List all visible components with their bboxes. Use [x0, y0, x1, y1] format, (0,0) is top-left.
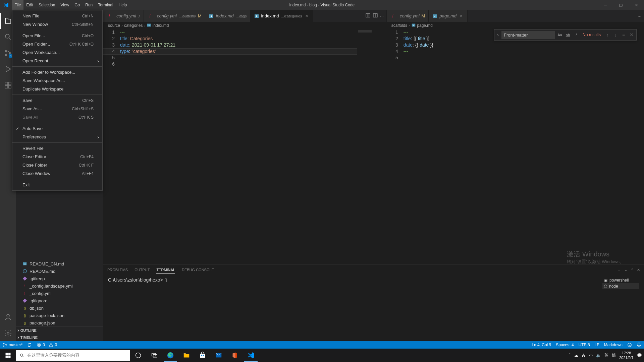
menu-item-new-window[interactable]: New WindowCtrl+Shift+N: [12, 20, 102, 28]
menu-item-add-folder-to-workspace[interactable]: Add Folder to Workspace...: [12, 68, 102, 76]
compare-icon[interactable]: [365, 13, 371, 19]
menu-run[interactable]: Run: [83, 0, 95, 10]
notifications-icon[interactable]: [637, 343, 641, 347]
menu-item-auto-save[interactable]: Auto Save: [12, 124, 102, 133]
breadcrumb-item[interactable]: categories: [124, 23, 143, 28]
tray-chevron-icon[interactable]: ˄: [569, 353, 571, 358]
file-item[interactable]: ⬇README_CN.md: [16, 260, 103, 267]
battery-icon[interactable]: ▭: [589, 353, 593, 358]
new-terminal-icon[interactable]: ＋: [617, 267, 621, 273]
menu-item-revert-file[interactable]: Revert File: [12, 144, 102, 153]
panel-tab-terminal[interactable]: TERMINAL: [156, 266, 175, 274]
problems-status[interactable]: 0 0: [37, 343, 57, 347]
close-button[interactable]: ✕: [629, 0, 644, 10]
file-item[interactable]: !_config.landscape.yml: [16, 282, 103, 290]
code-editor[interactable]: 12345---title: {{ title }}date: {{ date …: [387, 29, 644, 264]
menu-item-close-editor[interactable]: Close EditorCtrl+F4: [12, 153, 102, 161]
terminal-dropdown-icon[interactable]: ⌄: [624, 268, 627, 272]
file-item[interactable]: iREADME.md: [16, 267, 103, 275]
vscode-taskbar-icon[interactable]: [243, 349, 259, 362]
find-in-selection-icon[interactable]: ≡: [620, 32, 627, 38]
task-view-icon[interactable]: [146, 349, 162, 362]
breadcrumb-item[interactable]: ⬇ index.md: [147, 23, 169, 28]
menu-item-open-file[interactable]: Open File...Ctrl+O: [12, 32, 102, 40]
sync-status[interactable]: [27, 343, 32, 347]
menu-selection[interactable]: Selection: [36, 0, 58, 10]
editor-tab[interactable]: !_config.yml.\: [103, 10, 144, 22]
settings-gear-icon[interactable]: [0, 325, 16, 341]
terminal[interactable]: C:\Users\zslon\blog\hexo> ▯ ▣powershell⬡…: [103, 275, 644, 341]
cortana-icon[interactable]: [130, 349, 146, 362]
editor-tab[interactable]: ⬇index.md...\tags: [205, 10, 251, 22]
editor-tab[interactable]: ⬇index.md...\categories×: [251, 10, 313, 22]
breadcrumb-item[interactable]: scaffolds: [391, 23, 407, 28]
maximize-button[interactable]: ▢: [613, 0, 629, 10]
code-editor[interactable]: 123456---title: Categoriesdate: 2021-09-…: [103, 29, 386, 264]
terminal-entry[interactable]: ⬡node: [602, 283, 639, 289]
indent-status[interactable]: Spaces: 4: [556, 343, 574, 347]
ime-mode[interactable]: 简: [612, 353, 616, 358]
file-item[interactable]: .gitkeep: [16, 275, 103, 282]
menu-terminal[interactable]: Terminal: [95, 0, 116, 10]
menu-go[interactable]: Go: [72, 0, 83, 10]
file-item[interactable]: {}package.json: [16, 319, 103, 326]
language-status[interactable]: Markdown: [604, 343, 623, 347]
minimap[interactable]: [357, 29, 386, 264]
menu-item-new-file[interactable]: New FileCtrl+N: [12, 12, 102, 20]
menu-item-open-workspace[interactable]: Open Workspace...: [12, 48, 102, 57]
onedrive-icon[interactable]: ☁: [574, 353, 578, 358]
breadcrumb-item[interactable]: ⬇ page.md: [411, 23, 433, 28]
network-icon[interactable]: 🖧: [582, 353, 586, 358]
file-item[interactable]: !_config.yml: [16, 290, 103, 297]
system-tray[interactable]: ˄ ☁ 🖧 ▭ 🔈 英 简 17:282021/9/1 💬: [569, 351, 644, 360]
match-word-icon[interactable]: ab: [565, 32, 571, 38]
more-actions-icon[interactable]: ···: [638, 13, 641, 18]
panel-tab-problems[interactable]: PROBLEMS: [107, 266, 128, 273]
breadcrumb[interactable]: source›categories›⬇ index.md: [103, 22, 386, 29]
git-branch-status[interactable]: master*: [3, 343, 22, 347]
action-center-icon[interactable]: 💬: [637, 353, 642, 358]
edge-icon[interactable]: [162, 349, 178, 362]
editor-tab[interactable]: !_config.ymlM: [387, 10, 429, 22]
outline-section[interactable]: OUTLINE: [16, 326, 103, 334]
file-item[interactable]: {}db.json: [16, 304, 103, 312]
menu-item-save-as[interactable]: Save As...Ctrl+Shift+S: [12, 105, 102, 113]
encoding-status[interactable]: UTF-8: [579, 343, 590, 347]
maximize-panel-icon[interactable]: ⌃: [631, 268, 634, 272]
menu-item-exit[interactable]: Exit: [12, 181, 102, 189]
prev-match-icon[interactable]: ↑: [604, 32, 611, 38]
ime-lang[interactable]: 英: [604, 353, 608, 358]
menu-edit[interactable]: Edit: [23, 0, 36, 10]
feedback-icon[interactable]: [627, 343, 632, 347]
editor-tab[interactable]: ⬇page.md×: [429, 10, 468, 22]
menu-item-save-workspace-as[interactable]: Save Workspace As...: [12, 76, 102, 85]
minimize-button[interactable]: ─: [598, 0, 613, 10]
menu-file[interactable]: File: [12, 0, 23, 10]
start-button[interactable]: [0, 349, 16, 362]
close-tab-icon[interactable]: ×: [459, 13, 464, 18]
breadcrumb[interactable]: scaffolds›⬇ page.md: [387, 22, 644, 29]
minimap[interactable]: [614, 29, 644, 264]
file-explorer-icon[interactable]: [178, 349, 195, 362]
breadcrumb-item[interactable]: source: [108, 23, 120, 28]
menu-item-preferences[interactable]: Preferences: [12, 133, 102, 141]
editor-tab[interactable]: !_config.yml...\butterflyM: [144, 10, 205, 22]
panel-tab-debug-console[interactable]: DEBUG CONSOLE: [182, 266, 214, 273]
close-find-icon[interactable]: ✕: [628, 32, 635, 38]
menu-item-duplicate-workspace[interactable]: Duplicate Workspace: [12, 85, 102, 93]
more-actions-icon[interactable]: ···: [380, 13, 384, 18]
terminal-entry[interactable]: ▣powershell: [602, 277, 639, 283]
timeline-section[interactable]: TIMELINE: [16, 334, 103, 341]
next-match-icon[interactable]: ↓: [612, 32, 619, 38]
menu-item-open-recent[interactable]: Open Recent: [12, 57, 102, 65]
volume-icon[interactable]: 🔈: [596, 353, 601, 358]
close-tab-icon[interactable]: ×: [304, 13, 309, 18]
mail-icon[interactable]: [211, 349, 227, 362]
menu-item-close-folder[interactable]: Close FolderCtrl+K F: [12, 161, 102, 169]
accounts-icon[interactable]: [0, 309, 16, 325]
menu-item-save[interactable]: SaveCtrl+S: [12, 96, 102, 105]
find-input[interactable]: [501, 31, 555, 39]
cursor-position[interactable]: Ln 4, Col 9: [532, 343, 551, 347]
menu-help[interactable]: Help: [116, 0, 130, 10]
panel-tab-output[interactable]: OUTPUT: [135, 266, 150, 273]
